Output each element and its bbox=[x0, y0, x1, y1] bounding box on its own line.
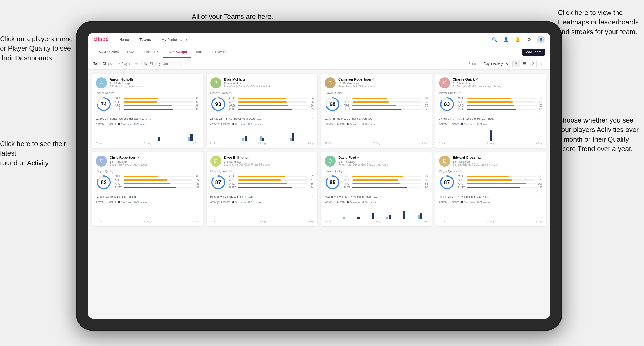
off-course-dot bbox=[248, 201, 250, 203]
player-card[interactable]: C Charlie Quick✔ 6-10 Handicap St. Georg… bbox=[435, 74, 546, 148]
stat-bar-wrap bbox=[124, 105, 193, 106]
last-round: 19 Jul 23 | 74 (+4), Sunningdale GC - Ol… bbox=[439, 193, 543, 199]
last-round-arrow[interactable]: → bbox=[539, 195, 542, 199]
last-round-text: 03 Mar 23 | 19, Must make putting bbox=[96, 195, 196, 198]
settings-icon[interactable]: ⚙ bbox=[526, 36, 533, 43]
player-header: D David Ford✔ 1-5 Handicap Royal North D… bbox=[325, 156, 428, 167]
player-handicap: 1-5 Handicap bbox=[338, 160, 428, 163]
stat-bar-wrap bbox=[352, 176, 421, 177]
sub-nav-pga[interactable]: PGA bbox=[123, 46, 138, 58]
stat-value: 80 bbox=[537, 100, 542, 103]
quality-section: 83 OTT 77 APP 80 ARG 83 PUTT bbox=[439, 96, 543, 112]
nav-item-home[interactable]: Home bbox=[117, 36, 131, 43]
player-avatar: C bbox=[325, 77, 336, 88]
last-round-arrow[interactable]: → bbox=[539, 117, 542, 120]
stat-value: 88 bbox=[308, 104, 314, 107]
activity-section: Activity · 1 Month On course Off course bbox=[96, 123, 199, 145]
on-course-legend: On course bbox=[461, 201, 475, 204]
player-club: Craigmillar Park, United Kingdom bbox=[110, 163, 199, 166]
quality-circle[interactable]: 85 bbox=[325, 174, 340, 190]
stat-bar bbox=[352, 176, 403, 177]
player-avatar: C bbox=[439, 77, 450, 88]
last-round-arrow[interactable]: → bbox=[310, 117, 314, 120]
quality-circle[interactable]: 83 bbox=[439, 96, 455, 112]
search-icon[interactable]: 🔍 bbox=[491, 36, 498, 43]
last-round-arrow[interactable]: → bbox=[425, 117, 428, 120]
list-view-button[interactable]: ☰ bbox=[521, 60, 528, 67]
nav-bar: clippd Home Teams My Performance 🔍 👤 🔔 ⚙… bbox=[88, 33, 550, 46]
stat-value: 91 bbox=[194, 186, 199, 189]
quality-info-icon: ⓘ bbox=[115, 169, 117, 173]
last-round: 26 Aug 23 | 73 (+1), Royal North Devon G… bbox=[210, 115, 314, 120]
quality-circle[interactable]: 87 bbox=[210, 174, 226, 190]
stat-name: ARG bbox=[115, 182, 123, 185]
sub-nav-team-clippd[interactable]: Team Clippd bbox=[163, 46, 191, 58]
quality-circle[interactable]: 87 bbox=[439, 174, 455, 190]
activity-section: Activity · 1 Month On course Off course bbox=[96, 201, 199, 223]
filter-input[interactable] bbox=[141, 61, 183, 67]
stat-name: ARG bbox=[458, 104, 466, 107]
quality-section: 68 OTT 61 APP 63 ARG 75 PUTT bbox=[325, 96, 428, 112]
stat-value: 84 bbox=[194, 104, 199, 107]
player-card[interactable]: C Cameron Robertson✔ 11-15 Handicap Roya… bbox=[321, 74, 432, 148]
activity-legend: On course Off course bbox=[461, 123, 490, 125]
player-avatar: A bbox=[96, 77, 107, 88]
quality-circle[interactable]: 74 bbox=[96, 96, 112, 112]
stat-bar bbox=[467, 179, 512, 181]
player-card[interactable]: D David Ford✔ 1-5 Handicap Royal North D… bbox=[321, 152, 432, 226]
player-header: C Cameron Robertson✔ 11-15 Handicap Roya… bbox=[325, 77, 428, 88]
player-name: Edward Crossman bbox=[453, 156, 543, 159]
last-round-arrow[interactable]: → bbox=[196, 195, 199, 199]
off-course-bar bbox=[386, 217, 388, 219]
edit-icon[interactable]: ✏ bbox=[135, 62, 138, 66]
last-round-text: 07 Aug 23 | 77 (+7), St George's Hill GC… bbox=[439, 117, 539, 120]
sub-nav-hcaps[interactable]: Hcaps 1-5 bbox=[139, 46, 163, 58]
last-round-arrow[interactable]: → bbox=[310, 195, 314, 199]
mini-chart bbox=[96, 127, 199, 141]
filter-view-button[interactable]: ▽ bbox=[529, 60, 537, 67]
stat-value: 94 bbox=[308, 186, 314, 189]
quality-value: 87 bbox=[215, 179, 221, 185]
stat-bar-wrap bbox=[352, 105, 421, 106]
quality-value: 85 bbox=[330, 179, 335, 185]
player-card[interactable]: D Dave Billingham 1-5 Handicap Sug Magin… bbox=[207, 152, 318, 226]
last-round-arrow[interactable]: → bbox=[425, 195, 428, 199]
player-name: Chris Robertson✔ bbox=[110, 156, 199, 159]
stats-list: OTT 84 APP 85 ARG 88 PUTT 95 bbox=[229, 97, 314, 111]
quality-circle[interactable]: 93 bbox=[210, 96, 226, 112]
quality-circle[interactable]: 82 bbox=[96, 174, 112, 190]
nav-item-teams[interactable]: Teams bbox=[137, 36, 153, 43]
on-course-dot bbox=[461, 201, 463, 203]
stat-value: 83 bbox=[537, 104, 542, 107]
sub-nav-tour[interactable]: Tour bbox=[191, 46, 206, 58]
stat-name: ARG bbox=[344, 104, 351, 107]
player-card[interactable]: B Blair McHarg Plus Handicap Royal North… bbox=[207, 74, 318, 148]
stat-bar bbox=[238, 179, 281, 181]
stat-bar bbox=[352, 187, 407, 188]
stat-bar bbox=[467, 187, 520, 188]
nav-item-performance[interactable]: My Performance bbox=[159, 36, 191, 43]
stat-bar-wrap bbox=[238, 109, 307, 110]
toolbar-right: Show: Player Activity ⊞ ☰ ▽ ↕ bbox=[469, 60, 545, 67]
chart-x-labels: 31 Jul 21 Aug 4 Sep bbox=[325, 220, 428, 223]
sub-nav-all-players[interactable]: All Players bbox=[206, 46, 231, 58]
on-course-bar bbox=[158, 137, 160, 141]
player-card[interactable]: A Aaron Nicholls 11-15 Handicap Drift Go… bbox=[92, 74, 203, 148]
show-select[interactable]: Player Activity bbox=[480, 61, 510, 67]
avatar[interactable]: 👤 bbox=[537, 36, 545, 44]
chart-x-labels: 31 Jul 21 Aug 4 Sep bbox=[325, 142, 428, 145]
grid-view-button[interactable]: ⊞ bbox=[512, 60, 520, 67]
player-club: Royal North Devon Golf Club, United Kin.… bbox=[338, 163, 428, 166]
add-team-button[interactable]: Add Team bbox=[522, 49, 545, 56]
quality-circle[interactable]: 68 bbox=[325, 96, 340, 112]
profile-icon[interactable]: 👤 bbox=[502, 36, 510, 43]
bell-icon[interactable]: 🔔 bbox=[514, 36, 521, 43]
sort-view-button[interactable]: ↕ bbox=[538, 60, 545, 67]
annotation-bottom-right: Choose whether you see your players Acti… bbox=[558, 115, 639, 154]
stat-bar bbox=[238, 98, 286, 99]
player-card[interactable]: E Edward Crossman 1-5 Handicap Sunningda… bbox=[435, 152, 546, 226]
sub-nav-pgat[interactable]: PGAT Players bbox=[93, 46, 123, 58]
player-card[interactable]: C Chris Robertson✔ 1-5 Handicap Craigmil… bbox=[92, 152, 203, 226]
last-round-arrow[interactable]: → bbox=[196, 117, 199, 120]
stat-name: PUTT bbox=[458, 186, 466, 189]
